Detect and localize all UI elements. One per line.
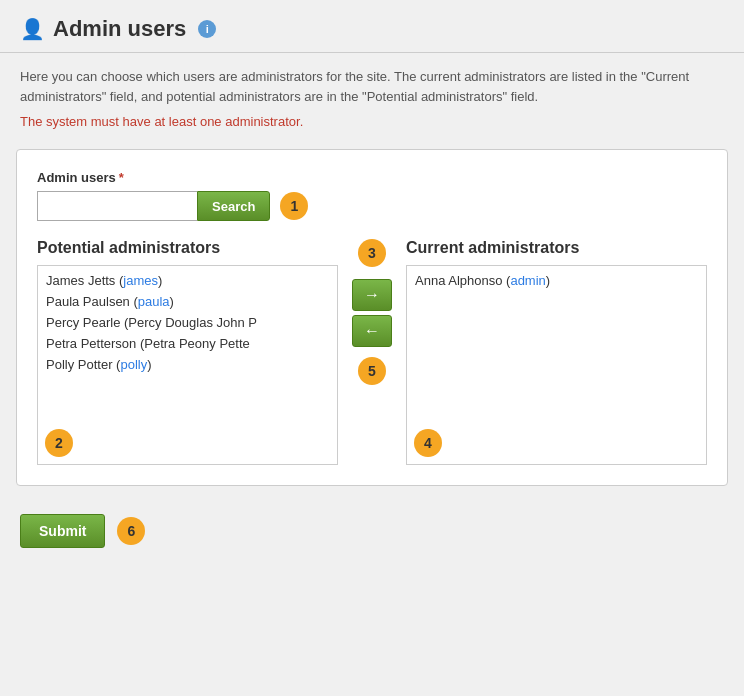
potential-listbox-wrapper: James Jetts (james) Paula Paulsen (paula…: [37, 265, 338, 465]
search-row: Search 1: [37, 191, 707, 221]
username: admin: [510, 273, 545, 288]
badge-6: 6: [117, 517, 145, 545]
badge-1: 1: [280, 192, 308, 220]
page-wrapper: 👤 Admin users i Here you can choose whic…: [0, 0, 744, 696]
current-administrators-column: Current administrators Anna Alphonso (ad…: [406, 239, 707, 465]
move-left-button[interactable]: ←: [352, 315, 392, 347]
list-item[interactable]: Paula Paulsen (paula): [38, 291, 337, 312]
person-icon: 👤: [20, 17, 45, 41]
potential-administrators-column: Potential administrators James Jetts (ja…: [37, 239, 338, 465]
description-text: Here you can choose which users are admi…: [20, 67, 724, 106]
lists-section: Potential administrators James Jetts (ja…: [37, 239, 707, 465]
info-icon[interactable]: i: [198, 20, 216, 38]
username: james: [123, 273, 158, 288]
current-heading: Current administrators: [406, 239, 707, 257]
current-listbox[interactable]: Anna Alphonso (admin): [406, 265, 707, 465]
label-text: Admin users: [37, 170, 116, 185]
badge-4: 4: [414, 429, 442, 457]
warning-text: The system must have at least one admini…: [20, 114, 724, 129]
footer-area: Submit 6: [0, 498, 744, 564]
page-title: Admin users: [53, 16, 186, 42]
current-listbox-wrapper: Anna Alphonso (admin) 4: [406, 265, 707, 465]
list-item[interactable]: Polly Potter (polly): [38, 354, 337, 375]
list-item[interactable]: Percy Pearle (Percy Douglas John P: [38, 312, 337, 333]
admin-users-label: Admin users*: [37, 170, 707, 185]
middle-controls: 3 → ← 5: [338, 239, 406, 385]
list-item[interactable]: Anna Alphonso (admin): [407, 270, 706, 291]
badge-5: 5: [358, 357, 386, 385]
username: paula: [138, 294, 170, 309]
submit-button[interactable]: Submit: [20, 514, 105, 548]
badge-3: 3: [358, 239, 386, 267]
badge-2: 2: [45, 429, 73, 457]
potential-listbox[interactable]: James Jetts (james) Paula Paulsen (paula…: [37, 265, 338, 465]
username: polly: [120, 357, 147, 372]
potential-heading: Potential administrators: [37, 239, 338, 257]
form-container: Admin users* Search 1 Potential administ…: [16, 149, 728, 486]
move-right-button[interactable]: →: [352, 279, 392, 311]
page-header: 👤 Admin users i: [0, 0, 744, 53]
search-button[interactable]: Search: [197, 191, 270, 221]
required-star: *: [119, 170, 124, 185]
description-area: Here you can choose which users are admi…: [0, 53, 744, 137]
list-item[interactable]: Petra Petterson (Petra Peony Pette: [38, 333, 337, 354]
list-item[interactable]: James Jetts (james): [38, 270, 337, 291]
search-input[interactable]: [37, 191, 197, 221]
